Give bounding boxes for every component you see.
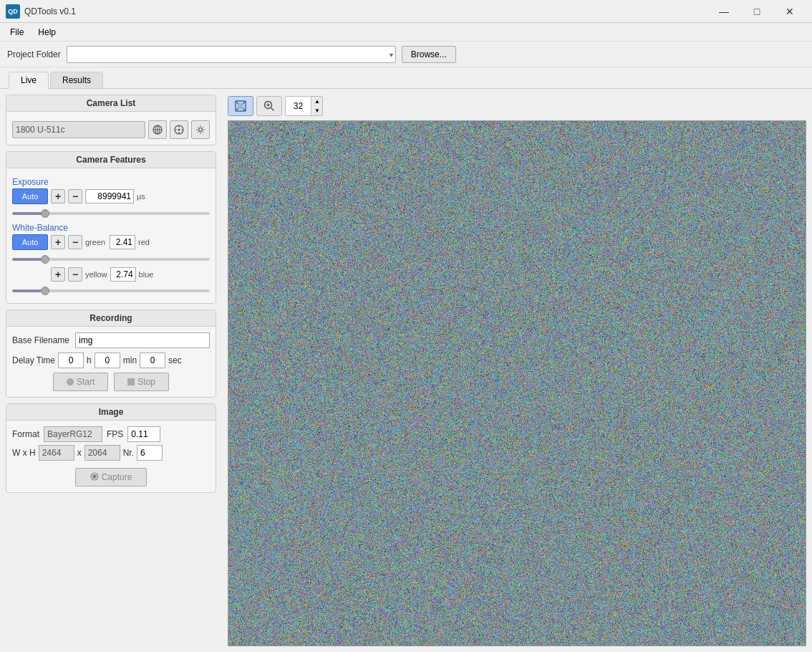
- app-title: QDTools v0.1: [24, 6, 707, 16]
- project-bar: Project Folder Browse...: [0, 42, 812, 67]
- capture-icon: [90, 472, 99, 483]
- yellow-label: yellow: [85, 270, 107, 279]
- green-value-field[interactable]: [110, 235, 135, 249]
- wb-row2: + − yellow blue: [12, 267, 210, 282]
- fit-icon: [234, 100, 247, 112]
- menu-bar: File Help: [0, 23, 812, 42]
- exposure-label: Exposure: [12, 177, 210, 187]
- minimize-button[interactable]: —: [707, 0, 740, 23]
- blue-label: blue: [139, 270, 160, 279]
- browse-button[interactable]: Browse...: [402, 46, 456, 63]
- start-button[interactable]: Start: [53, 373, 108, 391]
- hours-field[interactable]: [58, 353, 84, 368]
- window-controls: — □ ✕: [707, 0, 806, 23]
- sec-unit: sec: [168, 355, 182, 365]
- whitebalance-label: White-Balance: [12, 223, 210, 233]
- wb-yellow-plus-button[interactable]: +: [51, 267, 65, 282]
- exposure-plus-button[interactable]: +: [51, 189, 65, 203]
- nr-label: Nr.: [123, 448, 134, 458]
- stop-button[interactable]: Stop: [114, 373, 169, 391]
- project-folder-combo[interactable]: [67, 46, 396, 63]
- wb-green-minus-button[interactable]: −: [68, 235, 82, 249]
- image-body: Format FPS W x H x Nr.: [6, 421, 216, 492]
- height-value: [84, 445, 120, 461]
- capture-button[interactable]: Capture: [75, 468, 148, 486]
- left-panel: Camera List 1800 U-511c: [0, 89, 222, 652]
- wb-yellow-minus-button[interactable]: −: [68, 267, 82, 282]
- zoom-spinner: ▲ ▼: [285, 96, 323, 116]
- wb-green-plus-button[interactable]: +: [51, 235, 65, 249]
- title-bar: QD QDTools v0.1 — □ ✕: [0, 0, 812, 23]
- exposure-slider-row: [12, 206, 210, 220]
- camera-list-body: 1800 U-511c: [6, 112, 216, 145]
- zoom-icon: [263, 100, 276, 112]
- compass-icon: [174, 125, 184, 135]
- red-label: red: [138, 238, 160, 246]
- main-content: Camera List 1800 U-511c: [0, 89, 812, 652]
- tab-live[interactable]: Live: [9, 72, 49, 89]
- zoom-input[interactable]: [286, 97, 311, 115]
- wb-slider1-row: [12, 251, 210, 266]
- camera-select[interactable]: 1800 U-511c: [12, 121, 145, 138]
- yellow-value-field[interactable]: [110, 267, 136, 282]
- zoom-down-button[interactable]: ▼: [312, 106, 322, 115]
- camera-settings-button[interactable]: [191, 120, 210, 139]
- camera-features-section: Camera Features Exposure Auto + − µs Whi…: [6, 151, 216, 304]
- globe-icon: [153, 125, 163, 135]
- fps-label: FPS: [107, 429, 123, 439]
- fps-value[interactable]: [127, 426, 160, 442]
- maximize-button[interactable]: □: [740, 0, 773, 23]
- exposure-auto-button[interactable]: Auto: [12, 188, 48, 204]
- base-filename-row: Base Filename: [12, 332, 210, 348]
- tab-results[interactable]: Results: [50, 72, 103, 88]
- help-menu[interactable]: Help: [31, 26, 63, 39]
- tool-zoom-button[interactable]: [256, 96, 282, 116]
- wb-auto-button[interactable]: Auto: [12, 234, 48, 250]
- delay-time-label: Delay Time: [12, 355, 55, 365]
- seconds-field[interactable]: [140, 353, 165, 368]
- format-fps-row: Format FPS: [12, 426, 210, 442]
- wb-yellow-slider[interactable]: [12, 289, 210, 292]
- width-value: [39, 445, 74, 461]
- app-icon: QD: [6, 4, 20, 19]
- tool-fit-button[interactable]: [228, 96, 253, 116]
- exposure-minus-button[interactable]: −: [68, 189, 82, 203]
- wb-green-slider[interactable]: [12, 258, 210, 261]
- stop-icon: [127, 378, 135, 385]
- wb-control-row: Auto + − green red: [12, 234, 210, 250]
- close-button[interactable]: ✕: [773, 0, 806, 23]
- recording-section: Recording Base Filename Delay Time h min…: [6, 310, 216, 398]
- svg-point-12: [92, 474, 97, 479]
- exposure-slider[interactable]: [12, 212, 210, 215]
- wrench-icon: [195, 125, 206, 135]
- image-title: Image: [6, 404, 216, 421]
- recording-title: Recording: [6, 310, 216, 327]
- recording-body: Base Filename Delay Time h min sec Start: [6, 327, 216, 397]
- tabs: Live Results: [0, 67, 812, 89]
- image-area: ▲ ▼: [222, 89, 812, 652]
- stop-label: Stop: [137, 377, 155, 387]
- minutes-field[interactable]: [95, 353, 120, 368]
- svg-point-5: [178, 129, 180, 131]
- camera-list-title: Camera List: [6, 95, 216, 112]
- start-label: Start: [77, 377, 95, 387]
- h-unit: h: [87, 355, 92, 365]
- zoom-up-button[interactable]: ▲: [312, 97, 322, 106]
- nr-value[interactable]: [137, 445, 163, 461]
- image-section: Image Format FPS W x H x Nr.: [6, 403, 216, 493]
- green-label: green: [85, 238, 107, 246]
- camera-globe-button[interactable]: [148, 120, 167, 139]
- camera-compass-button[interactable]: [170, 120, 188, 139]
- exposure-value-field[interactable]: [85, 189, 134, 203]
- wh-row: W x H x Nr.: [12, 445, 210, 461]
- camera-list-section: Camera List 1800 U-511c: [6, 95, 216, 145]
- file-menu[interactable]: File: [3, 26, 31, 39]
- svg-rect-14: [238, 103, 243, 109]
- preview-canvas: [228, 121, 806, 646]
- base-filename-input[interactable]: [75, 332, 210, 348]
- camera-features-title: Camera Features: [6, 152, 216, 168]
- svg-point-10: [199, 128, 203, 132]
- project-folder-label: Project Folder: [7, 49, 61, 59]
- camera-features-body: Exposure Auto + − µs White-Balance Auto …: [6, 168, 216, 303]
- wh-label: W x H: [12, 448, 36, 458]
